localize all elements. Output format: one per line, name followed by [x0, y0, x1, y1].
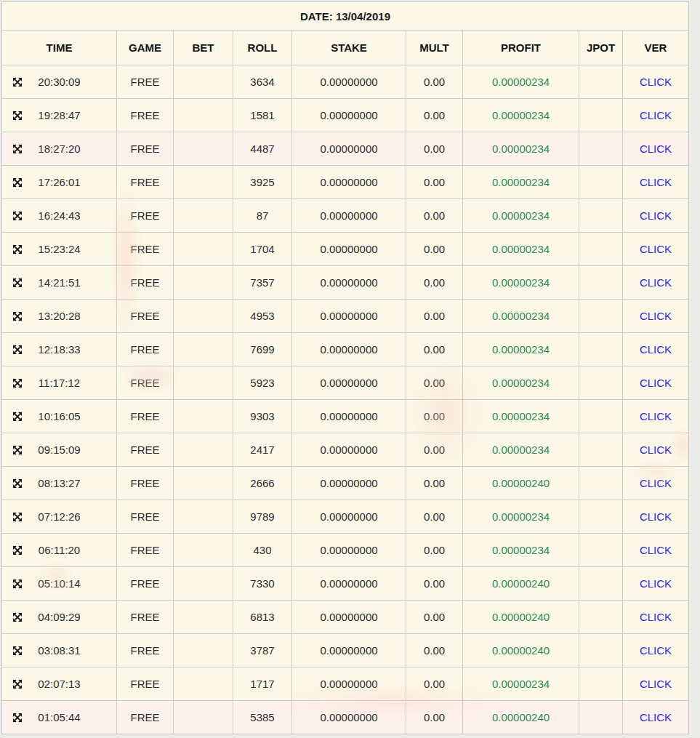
verify-link[interactable]: CLICK	[640, 276, 672, 289]
game-cell: FREE	[117, 601, 174, 633]
jpot-cell	[579, 567, 623, 600]
crossed-arrows-icon[interactable]	[12, 244, 23, 254]
crossed-arrows-icon[interactable]	[12, 412, 23, 422]
verify-link[interactable]: CLICK	[640, 711, 672, 723]
verify-link[interactable]: CLICK	[640, 176, 672, 188]
game-cell: FREE	[117, 534, 174, 566]
crossed-arrows-icon[interactable]	[12, 646, 23, 656]
verify-link[interactable]: CLICK	[640, 678, 672, 690]
table-row: 05:10:14 FREE 7330 0.00000000 0.00 0.000…	[2, 567, 688, 601]
crossed-arrows-icon[interactable]	[12, 378, 23, 388]
time-cell: 07:12:26	[2, 500, 117, 533]
mult-cell: 0.00	[406, 500, 463, 533]
crossed-arrows-icon[interactable]	[12, 512, 23, 522]
game-cell: FREE	[117, 567, 174, 600]
table-body: 20:30:09 FREE 3634 0.00000000 0.00 0.000…	[2, 65, 688, 734]
crossed-arrows-icon[interactable]	[12, 111, 23, 121]
bet-cell	[174, 233, 233, 265]
bet-cell	[174, 567, 233, 600]
stake-cell: 0.00000000	[292, 400, 406, 433]
bet-cell	[174, 667, 233, 700]
roll-cell: 4487	[233, 132, 292, 165]
table-row: 11:17:12 FREE 5923 0.00000000 0.00 0.000…	[2, 366, 688, 400]
bet-cell	[174, 433, 233, 466]
roll-cell: 5385	[233, 701, 292, 734]
time-value: 14:21:51	[38, 276, 80, 289]
verify-link[interactable]: CLICK	[640, 143, 672, 155]
ver-cell: CLICK	[623, 65, 688, 98]
table-row: 08:13:27 FREE 2666 0.00000000 0.00 0.000…	[2, 467, 688, 500]
stake-cell: 0.00000000	[292, 233, 406, 265]
time-cell: 03:08:31	[2, 634, 117, 667]
stake-cell: 0.00000000	[292, 567, 406, 600]
verify-link[interactable]: CLICK	[640, 109, 672, 121]
game-cell: FREE	[117, 400, 174, 433]
crossed-arrows-icon[interactable]	[12, 478, 23, 489]
profit-cell: 0.00000234	[463, 667, 579, 700]
time-cell: 10:16:05	[2, 400, 117, 433]
stake-cell: 0.00000000	[292, 433, 406, 466]
verify-link[interactable]: CLICK	[640, 377, 672, 389]
table-row: 14:21:51 FREE 7357 0.00000000 0.00 0.000…	[2, 266, 688, 300]
time-value: 05:10:14	[38, 577, 80, 590]
mult-cell: 0.00	[406, 667, 463, 700]
verify-link[interactable]: CLICK	[640, 477, 672, 489]
jpot-cell	[579, 166, 623, 198]
crossed-arrows-icon[interactable]	[12, 278, 23, 288]
verify-link[interactable]: CLICK	[640, 644, 672, 657]
crossed-arrows-icon[interactable]	[12, 77, 23, 87]
crossed-arrows-icon[interactable]	[12, 311, 23, 321]
jpot-cell	[579, 667, 623, 700]
game-cell: FREE	[117, 132, 174, 165]
crossed-arrows-icon[interactable]	[12, 679, 23, 689]
game-cell: FREE	[117, 634, 174, 667]
verify-link[interactable]: CLICK	[640, 510, 672, 523]
table-row: 03:08:31 FREE 3787 0.00000000 0.00 0.000…	[2, 634, 688, 667]
table-row: 20:30:09 FREE 3634 0.00000000 0.00 0.000…	[2, 65, 688, 99]
time-cell: 14:21:51	[2, 266, 117, 299]
time-cell: 01:05:44	[2, 701, 117, 734]
bet-cell	[174, 132, 233, 165]
game-cell: FREE	[117, 266, 174, 299]
roll-cell: 1581	[233, 99, 292, 132]
crossed-arrows-icon[interactable]	[12, 713, 23, 723]
ver-cell: CLICK	[623, 601, 688, 633]
crossed-arrows-icon[interactable]	[12, 345, 23, 355]
time-value: 01:05:44	[38, 711, 80, 723]
bet-cell	[174, 366, 233, 399]
verify-link[interactable]: CLICK	[640, 577, 672, 590]
verify-link[interactable]: CLICK	[640, 343, 672, 356]
crossed-arrows-icon[interactable]	[12, 545, 23, 555]
crossed-arrows-icon[interactable]	[12, 211, 23, 221]
profit-cell: 0.00000234	[463, 99, 579, 132]
verify-link[interactable]: CLICK	[640, 209, 672, 222]
bet-cell	[174, 634, 233, 667]
ver-cell: CLICK	[623, 266, 688, 299]
roll-cell: 3634	[233, 65, 292, 98]
bet-cell	[174, 601, 233, 633]
jpot-cell	[579, 65, 623, 98]
verify-link[interactable]: CLICK	[640, 310, 672, 322]
bet-cell	[174, 300, 233, 332]
mult-cell: 0.00	[406, 333, 463, 366]
crossed-arrows-icon[interactable]	[12, 144, 23, 154]
verify-link[interactable]: CLICK	[640, 611, 672, 623]
profit-cell: 0.00000234	[463, 166, 579, 198]
crossed-arrows-icon[interactable]	[12, 445, 23, 455]
game-cell: FREE	[117, 667, 174, 700]
crossed-arrows-icon[interactable]	[12, 579, 23, 589]
verify-link[interactable]: CLICK	[640, 243, 672, 255]
crossed-arrows-icon[interactable]	[12, 177, 23, 188]
jpot-cell	[579, 701, 623, 734]
crossed-arrows-icon[interactable]	[12, 612, 23, 622]
jpot-cell	[579, 534, 623, 566]
verify-link[interactable]: CLICK	[640, 410, 672, 422]
verify-link[interactable]: CLICK	[640, 444, 672, 456]
verify-link[interactable]: CLICK	[640, 76, 672, 88]
verify-link[interactable]: CLICK	[640, 544, 672, 556]
column-header-time: TIME	[2, 31, 117, 65]
stake-cell: 0.00000000	[292, 366, 406, 399]
roll-cell: 3787	[233, 634, 292, 667]
date-header-bar: DATE: 13/04/2019	[2, 2, 688, 31]
profit-cell: 0.00000234	[463, 500, 579, 533]
